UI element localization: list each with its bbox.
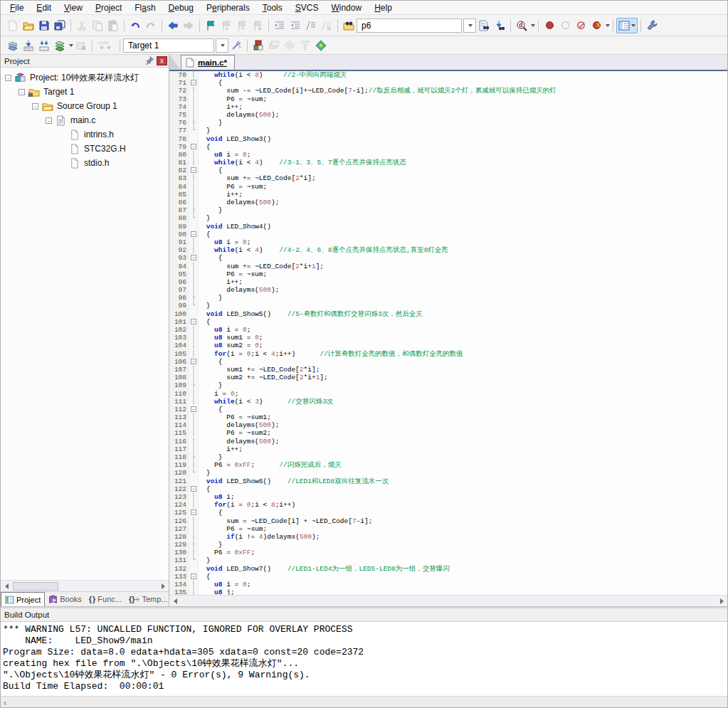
code-line[interactable]: 125- { [169, 509, 727, 517]
new-file-button[interactable] [5, 18, 21, 33]
build-output-log[interactable]: *** WARNING L57: UNCALLED FUNCTION, IGNO… [1, 622, 727, 696]
tab-functions[interactable]: { } Func... [85, 592, 125, 606]
bookmark-next-button[interactable] [218, 18, 234, 33]
fold-margin[interactable]: ├ [189, 541, 199, 549]
fold-margin[interactable]: │ [189, 326, 199, 334]
code-line[interactable]: 114│ delayms(500); [169, 421, 727, 429]
comment-selection-button[interactable] [303, 18, 319, 33]
fold-margin[interactable]: ├ [189, 294, 199, 302]
code-line[interactable]: 115│ P6 = ~sum2; [169, 429, 727, 437]
fold-margin[interactable]: │ [189, 238, 199, 246]
fold-margin[interactable]: │ [189, 174, 199, 182]
code-line[interactable]: 107│ sum1 += ~LED_Code[2*i]; [169, 366, 727, 374]
code-line[interactable]: 73│ P6 = ~sum; [169, 95, 727, 103]
navigate-back-button[interactable] [165, 18, 181, 33]
code-line[interactable]: 120└ } [169, 469, 727, 477]
code-line[interactable]: 108│ sum2 += ~LED_Code[2*i+1]; [169, 374, 727, 381]
code-line[interactable]: 94│ sum += ~LED_Code[2*i+1]; [169, 263, 727, 270]
build-button[interactable] [21, 38, 36, 53]
fold-margin[interactable]: └ [189, 302, 199, 310]
code-line[interactable]: 86│ delayms(500); [169, 199, 727, 206]
code-line[interactable]: 84│ P6 = ~sum; [169, 183, 727, 191]
code-line[interactable]: 110│ i = 0; [169, 390, 727, 398]
redo-button[interactable] [143, 18, 159, 33]
enable-disable-breakpoint-button[interactable] [557, 18, 573, 33]
code-line[interactable]: 82- { [169, 167, 727, 174]
code-line[interactable]: 128│ if(i != 4)delayms(500); [169, 533, 727, 541]
find-in-files-icon[interactable] [341, 18, 357, 33]
target-select-value[interactable]: Target 1 [124, 41, 213, 51]
fold-margin[interactable]: │ [189, 581, 199, 588]
fold-margin[interactable]: │ [189, 278, 199, 286]
tree-item-target-1[interactable]: -Target 1 [1, 85, 169, 99]
tree-item-stdio-h[interactable]: stdio.h [1, 156, 169, 170]
fold-margin[interactable] [189, 565, 199, 573]
pack-installer-button[interactable] [313, 38, 329, 53]
code-line[interactable]: 99└ } [169, 302, 727, 310]
indent-button[interactable] [287, 18, 303, 33]
build-output-hscrollbar[interactable]: ‹ [1, 696, 727, 708]
fold-margin[interactable]: │ [189, 501, 199, 509]
kill-all-breakpoints-button[interactable] [589, 18, 604, 33]
fold-margin[interactable]: - [189, 485, 199, 493]
fold-margin[interactable] [189, 135, 199, 143]
tree-expander-icon[interactable]: - [19, 89, 25, 95]
code-line[interactable]: 83│ sum += ~LED_Code[2*i]; [169, 174, 727, 182]
target-options-cube-button[interactable] [250, 38, 266, 53]
fold-margin[interactable]: │ [189, 199, 199, 206]
find-text-value[interactable]: p6 [357, 21, 461, 31]
find-in-document-button[interactable] [476, 18, 492, 33]
code-line[interactable]: 129├ } [169, 541, 727, 549]
tab-project[interactable]: Project [1, 592, 45, 606]
translate-button[interactable] [5, 38, 21, 53]
code-line[interactable]: 135│ u8 j; [169, 588, 727, 595]
fold-margin[interactable] [189, 310, 199, 318]
menu-peripherals[interactable]: Peripherals [200, 1, 256, 14]
code-editor[interactable]: 70│ while(i < 8) //2-中间向两端熄灭71- {72│ sum… [169, 71, 727, 595]
tree-item-stc32g-h[interactable]: STC32G.H [1, 142, 169, 156]
fold-margin[interactable]: │ [189, 525, 199, 533]
fold-margin[interactable]: │ [189, 159, 199, 167]
code-line[interactable]: 126│ sum = ~LED_Code[i] + ~LED_Code[7-i]… [169, 517, 727, 525]
code-line[interactable]: 127│ P6 = ~sum; [169, 525, 727, 533]
code-line[interactable]: 81│ while(i < 4) //3-1、3、5、7逐个点亮并保持点亮状态 [169, 159, 727, 167]
fold-margin[interactable]: - [189, 231, 199, 238]
menu-edit[interactable]: Edit [30, 1, 58, 14]
menu-project[interactable]: Project [89, 1, 128, 14]
undo-button[interactable] [127, 18, 143, 33]
save-all-button[interactable] [52, 18, 68, 33]
tree-item-intrins-h[interactable]: intrins.h [1, 127, 169, 142]
fold-margin[interactable]: │ [189, 374, 199, 381]
stop-build-button[interactable] [73, 38, 89, 53]
tab-templates[interactable]: {} Temp... [125, 592, 172, 606]
code-line[interactable]: 112- { [169, 406, 727, 413]
fold-margin[interactable]: │ [189, 429, 199, 437]
fold-margin[interactable]: - [189, 143, 199, 151]
code-line[interactable]: 117│ i++; [169, 445, 727, 453]
flash-windows-button[interactable] [266, 38, 282, 53]
fold-margin[interactable]: │ [189, 421, 199, 429]
fold-margin[interactable]: │ [189, 438, 199, 445]
menu-svcs[interactable]: SVCS [289, 1, 325, 14]
fold-margin[interactable]: │ [189, 588, 199, 595]
code-line[interactable]: 109├ } [169, 381, 727, 389]
code-line[interactable]: 132 void LED_Show7() //LED1-LED4为一组，LED5… [169, 565, 727, 573]
code-line[interactable]: 75│ delayms(500); [169, 111, 727, 119]
code-line[interactable]: 80│ u8 i = 0; [169, 151, 727, 159]
fold-margin[interactable]: │ [189, 103, 199, 111]
filter-funnel-button[interactable] [297, 38, 313, 53]
scroll-right-arrow-icon[interactable] [157, 581, 169, 591]
fold-margin[interactable]: │ [189, 183, 199, 191]
scroll-left-arrow-icon[interactable] [1, 581, 12, 591]
code-line[interactable]: 119│ P6 = 0xFF; //闪烁完成后，熄灭 [169, 461, 727, 469]
configuration-wrench-button[interactable] [644, 18, 660, 33]
tab-books[interactable]: ? Books [45, 592, 85, 606]
disable-all-breakpoints-button[interactable] [573, 18, 589, 33]
code-line[interactable]: 131└ } [169, 556, 727, 564]
project-panel-hscrollbar[interactable] [1, 580, 169, 591]
fold-margin[interactable]: │ [189, 334, 199, 342]
menu-flash[interactable]: Flash [128, 1, 162, 14]
code-line[interactable]: 116│ delayms(500); [169, 438, 727, 445]
close-icon[interactable]: x [157, 56, 167, 65]
code-line[interactable]: 92│ while(i < 4) //4-2、4、6、8逐个点亮并保持点亮状态,… [169, 246, 727, 254]
